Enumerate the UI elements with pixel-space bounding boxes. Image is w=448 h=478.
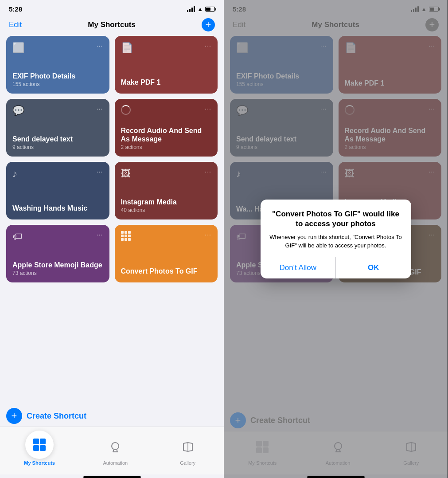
create-label-left: Create Shortcut <box>27 411 86 421</box>
tab-label-my-shortcuts-left: My Shortcuts <box>24 460 55 466</box>
card-text-left[interactable]: 💬 ··· Send delayed text 9 actions <box>6 99 109 157</box>
card-menu-apple[interactable]: ··· <box>97 231 103 238</box>
card-title-exif: EXIF Photo Details <box>12 72 103 80</box>
status-icons-left: ▲ <box>187 6 215 12</box>
card-menu-text[interactable]: ··· <box>97 105 103 112</box>
shortcuts-grid-left: ⬜ ··· EXIF Photo Details 155 actions 📄 ·… <box>6 36 218 288</box>
card-subtitle-exif: 155 actions <box>12 81 103 87</box>
card-title-text: Send delayed text <box>12 135 103 143</box>
dialog-buttons: Don't Allow OK <box>261 257 411 278</box>
dont-allow-button[interactable]: Don't Allow <box>261 257 336 278</box>
card-music-left[interactable]: ♪ ··· Washing Hands Music <box>6 162 109 219</box>
doc-icon: 📄 <box>121 42 133 54</box>
automation-icon <box>109 441 121 453</box>
status-bar-left: 5:28 ▲ <box>0 0 224 16</box>
card-menu-convert[interactable]: ··· <box>205 231 211 238</box>
create-shortcut-row-left[interactable]: + Create Shortcut <box>0 404 224 427</box>
card-pdf-left[interactable]: 📄 ··· Make PDF 1 <box>115 36 218 94</box>
card-title-apple: Apple Store Memoji Badge <box>12 261 103 269</box>
tab-label-automation-left: Automation <box>103 460 128 466</box>
battery-icon <box>205 7 215 12</box>
add-button-left[interactable]: + <box>202 18 215 31</box>
my-shortcuts-icon-wrap <box>25 431 54 459</box>
card-subtitle-apple: 73 actions <box>12 270 103 276</box>
card-subtitle-instagram: 40 actions <box>121 207 212 213</box>
signal-icon <box>187 6 195 12</box>
tab-automation-left[interactable]: Automation <box>103 435 128 466</box>
music-icon: ♪ <box>12 168 17 180</box>
card-title-audio: Record Audio And Send As Message <box>121 126 212 143</box>
ok-button[interactable]: OK <box>336 257 411 278</box>
camera-icon: ⬜ <box>12 42 24 54</box>
tab-gallery-left[interactable]: Gallery <box>176 435 200 466</box>
card-menu-exif[interactable]: ··· <box>97 42 103 49</box>
loader-icon <box>121 105 131 115</box>
dialog-content: "Convert Photos To GIF" would like to ac… <box>261 200 411 257</box>
gallery-icon <box>182 441 194 453</box>
gallery-icon-wrap <box>176 435 200 459</box>
shortcuts-scroll-left: ⬜ ··· EXIF Photo Details 155 actions 📄 ·… <box>0 36 224 404</box>
create-circle-left: + <box>6 408 22 424</box>
chat-icon: 💬 <box>12 105 24 117</box>
card-title-music: Washing Hands Music <box>12 204 103 212</box>
page-title-left: My Shortcuts <box>88 20 136 29</box>
tab-my-shortcuts-left[interactable]: My Shortcuts <box>24 431 55 466</box>
card-title-instagram: Instagram Media <box>121 198 212 206</box>
right-panel: 5:28 ▲ Edit My Shortcuts + ⬜ ··· <box>224 0 448 478</box>
grid-icon <box>121 231 131 241</box>
left-panel: 5:28 ▲ Edit My Shortcuts + ⬜ ··· <box>0 0 224 478</box>
card-title-pdf: Make PDF 1 <box>121 78 212 86</box>
card-subtitle-text: 9 actions <box>12 144 103 150</box>
dialog-overlay: "Convert Photos To GIF" would like to ac… <box>224 0 448 478</box>
card-title-convert: Convert Photos To GIF <box>121 267 212 275</box>
dialog-title: "Convert Photos To GIF" would like to ac… <box>269 209 402 229</box>
automation-icon-wrap <box>103 435 127 459</box>
edit-button-left[interactable]: Edit <box>9 20 22 29</box>
plus-icon: + <box>206 20 211 30</box>
card-convert-left[interactable]: ··· Convert Photos To GIF <box>115 225 218 282</box>
dialog-message: Whenever you run this shortcut, "Convert… <box>269 233 402 249</box>
card-subtitle-audio: 2 actions <box>121 144 212 150</box>
nav-header-left: Edit My Shortcuts + <box>0 16 224 36</box>
home-indicator-left <box>83 476 141 478</box>
wifi-icon: ▲ <box>197 6 203 12</box>
card-exif-left[interactable]: ⬜ ··· EXIF Photo Details 155 actions <box>6 36 109 94</box>
card-menu-music[interactable]: ··· <box>97 168 103 175</box>
permission-dialog: "Convert Photos To GIF" would like to ac… <box>261 200 411 278</box>
tab-label-gallery-left: Gallery <box>180 460 195 466</box>
tag-icon: 🏷 <box>12 231 22 243</box>
card-menu-pdf[interactable]: ··· <box>205 42 211 49</box>
card-instagram-left[interactable]: 🖼 ··· Instagram Media 40 actions <box>115 162 218 219</box>
my-shortcuts-icon <box>33 439 46 451</box>
card-audio-left[interactable]: ··· Record Audio And Send As Message 2 a… <box>115 99 218 157</box>
time-left: 5:28 <box>9 5 22 13</box>
card-apple-left[interactable]: 🏷 ··· Apple Store Memoji Badge 73 action… <box>6 225 109 282</box>
card-menu-audio[interactable]: ··· <box>205 105 211 112</box>
tab-bar-left: My Shortcuts Automation Gallery <box>0 427 224 474</box>
card-menu-instagram[interactable]: ··· <box>205 168 211 175</box>
svg-point-0 <box>112 443 119 450</box>
photo-icon: 🖼 <box>121 168 131 180</box>
